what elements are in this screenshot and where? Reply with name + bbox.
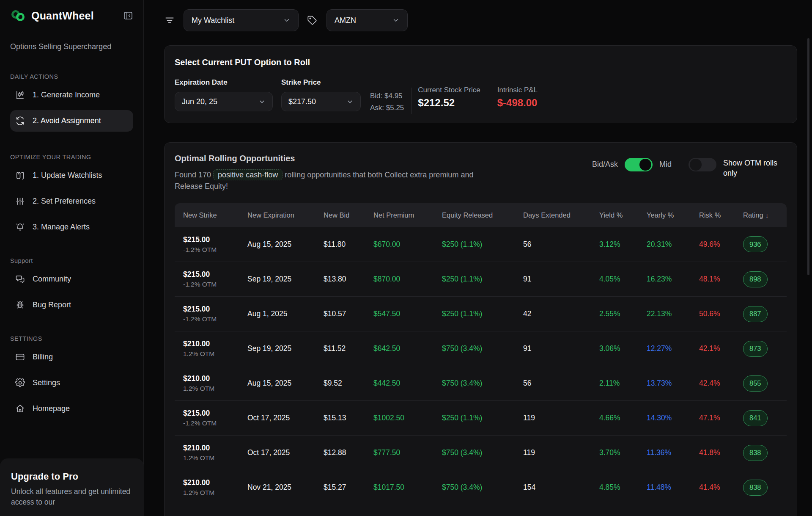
new-bid-cell: $9.52 xyxy=(324,379,373,388)
opportunities-header-text: Optimal Rolling Opportunities Found 170 … xyxy=(175,154,496,192)
chevron-down-icon xyxy=(283,17,291,24)
equity-released-cell: $250 (1.1%) xyxy=(442,309,523,318)
section-label-support: Support xyxy=(10,257,133,264)
sidebar-item-label: 2. Set Preferences xyxy=(33,197,96,206)
days-extended-cell: 154 xyxy=(523,483,599,492)
strike-value: $210.00 xyxy=(183,444,247,453)
table-row[interactable]: $210.001.2% OTMAug 15, 2025$9.52$442.50$… xyxy=(175,366,787,400)
rating-cell: 838 xyxy=(743,445,778,461)
table-row[interactable]: $215.00-1.2% OTMAug 1, 2025$10.57$547.50… xyxy=(175,296,787,331)
sidebar-item-settings[interactable]: Settings xyxy=(10,372,133,394)
column-header-rating[interactable]: Rating ↓ xyxy=(743,211,778,219)
yield-cell: 3.12% xyxy=(599,240,647,249)
sidebar: QuantWheel Options Selling Supercharged … xyxy=(0,0,144,516)
otm-percent: -1.2% OTM xyxy=(183,419,247,427)
new-expiration-cell: Oct 17, 2025 xyxy=(247,448,324,457)
column-header-equity-released[interactable]: Equity Released xyxy=(442,211,523,219)
put-selector-card: Select Current PUT Option to Roll Expira… xyxy=(164,45,797,123)
brand-name: QuantWheel xyxy=(31,10,118,22)
new-bid-cell: $11.52 xyxy=(324,344,373,353)
column-header-new-bid[interactable]: New Bid xyxy=(324,211,373,219)
new-bid-cell: $15.27 xyxy=(324,483,373,492)
opportunities-title: Optimal Rolling Opportunities xyxy=(175,154,496,163)
toggle-knob xyxy=(639,159,651,171)
table-row[interactable]: $215.00-1.2% OTMAug 15, 2025$11.80$670.0… xyxy=(175,227,787,262)
new-expiration-cell: Sep 19, 2025 xyxy=(247,275,324,284)
rating-badge: 873 xyxy=(743,341,768,357)
scrollbar-thumb[interactable] xyxy=(807,38,809,275)
mid-toggle-label: Mid xyxy=(659,158,672,171)
new-strike-cell: $210.001.2% OTM xyxy=(183,444,247,462)
table-row[interactable]: $215.00-1.2% OTMSep 19, 2025$13.80$870.0… xyxy=(175,262,787,296)
expiration-label: Expiration Date xyxy=(175,78,273,87)
equity-released-cell: $750 (3.4%) xyxy=(442,448,523,457)
otm-only-toggle[interactable] xyxy=(689,158,716,171)
new-strike-cell: $210.001.2% OTM xyxy=(183,478,247,497)
column-header-days-extended[interactable]: Days Extended xyxy=(523,211,599,219)
yearly-cell: 22.13% xyxy=(647,309,699,318)
chevron-down-icon xyxy=(392,17,400,24)
risk-cell: 42.1% xyxy=(699,344,743,353)
sidebar-item-label: Settings xyxy=(33,378,60,387)
vertical-divider xyxy=(411,88,412,114)
days-extended-cell: 56 xyxy=(523,240,599,249)
net-premium-cell: $1017.50 xyxy=(373,483,442,492)
sidebar-item-homepage[interactable]: Homepage xyxy=(10,398,133,419)
table-row[interactable]: $210.001.2% OTMOct 17, 2025$12.88$777.50… xyxy=(175,435,787,470)
sidebar-item-billing[interactable]: Billing xyxy=(10,346,133,368)
sliders-icon xyxy=(15,196,25,206)
tagline: Options Selling Supercharged xyxy=(10,42,133,51)
otm-percent: -1.2% OTM xyxy=(183,315,247,323)
days-extended-cell: 91 xyxy=(523,275,599,284)
ask-quote: Ask: $5.25 xyxy=(370,102,404,114)
credit-card-icon xyxy=(15,352,25,362)
ticker-select-value: AMZN xyxy=(335,16,356,25)
strike-select[interactable]: $217.50 xyxy=(281,92,361,111)
sidebar-item-avoid-assignment[interactable]: 2. Avoid Assignment xyxy=(10,110,133,132)
strike-value: $210.00 xyxy=(183,339,247,348)
column-header-yield[interactable]: Yield % xyxy=(599,211,647,219)
watchlist-select[interactable]: My Watchlist xyxy=(184,9,299,31)
new-bid-cell: $10.57 xyxy=(324,309,373,318)
column-header-net-premium[interactable]: Net Premium xyxy=(373,211,442,219)
refresh-icon xyxy=(15,116,25,126)
strike-value: $215.00 xyxy=(183,305,247,314)
column-header-risk[interactable]: Risk % xyxy=(699,211,743,219)
new-bid-cell: $15.13 xyxy=(324,414,373,422)
sidebar-item-label: Community xyxy=(33,275,71,284)
new-expiration-cell: Nov 21, 2025 xyxy=(247,483,324,492)
rating-cell: 855 xyxy=(743,375,778,392)
sidebar-item-generate-income[interactable]: 1. Generate Income xyxy=(10,84,133,106)
put-selector-row: Expiration Date Jun 20, 25 Strike Price … xyxy=(175,78,787,114)
price-mode-toggle[interactable] xyxy=(625,158,653,171)
net-premium-cell: $547.50 xyxy=(373,309,442,318)
filter-icon[interactable] xyxy=(164,15,175,26)
table-row[interactable]: $215.00-1.2% OTMOct 17, 2025$15.13$1002.… xyxy=(175,400,787,435)
rating-cell: 898 xyxy=(743,271,778,287)
sidebar-item-community[interactable]: Community xyxy=(10,268,133,290)
upgrade-to-pro-panel[interactable]: Upgrade to Pro Unlock all features and g… xyxy=(0,458,144,516)
brand-row: QuantWheel xyxy=(10,9,133,22)
ticker-select[interactable]: AMZN xyxy=(326,9,408,31)
new-bid-cell: $12.88 xyxy=(324,448,373,457)
new-expiration-cell: Aug 15, 2025 xyxy=(247,240,324,249)
watchlist-select-value: My Watchlist xyxy=(192,16,234,25)
yield-cell: 3.70% xyxy=(599,448,647,457)
column-header-new-strike[interactable]: New Strike xyxy=(183,211,247,219)
rating-cell: 838 xyxy=(743,480,778,496)
sidebar-item-set-preferences[interactable]: 2. Set Preferences xyxy=(10,190,133,212)
table-row[interactable]: $210.001.2% OTMSep 19, 2025$11.52$642.50… xyxy=(175,331,787,366)
column-header-yearly[interactable]: Yearly % xyxy=(647,211,699,219)
otm-percent: 1.2% OTM xyxy=(183,489,247,497)
sidebar-item-update-watchlists[interactable]: 1. Update Watchlists xyxy=(10,165,133,186)
expiration-select[interactable]: Jun 20, 25 xyxy=(175,92,273,111)
rating-badge: 855 xyxy=(743,375,768,392)
bid-quote: Bid: $4.95 xyxy=(370,90,404,102)
candlestick-chart-icon xyxy=(15,90,25,100)
collapse-sidebar-icon[interactable] xyxy=(123,11,133,21)
table-row[interactable]: $210.001.2% OTMNov 21, 2025$15.27$1017.5… xyxy=(175,470,787,505)
new-bid-cell: $11.80 xyxy=(324,240,373,249)
sidebar-item-bug-report[interactable]: Bug Report xyxy=(10,294,133,316)
sidebar-item-manage-alerts[interactable]: 3. Manage Alerts xyxy=(10,216,133,238)
column-header-new-expiration[interactable]: New Expiration xyxy=(247,211,324,219)
